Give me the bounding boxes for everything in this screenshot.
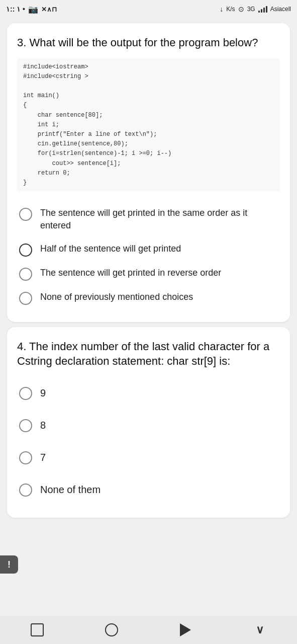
media-icon: ✕∧⊓	[41, 6, 57, 13]
q3-radio-4[interactable]	[19, 292, 32, 305]
q4-option-1-text: 9	[40, 386, 278, 400]
q3-radio-3[interactable]	[19, 268, 32, 281]
q4-option-3-text: 7	[40, 450, 278, 464]
q4-option-4-text: None of them	[40, 482, 278, 497]
notification-icon: !	[8, 559, 11, 570]
status-right: ↓ K/s ⊙ 3G Asiacell	[220, 5, 291, 13]
network-speed: K/s	[226, 6, 235, 13]
q3-option-3-text: The sentence will get printed in reverse…	[40, 267, 278, 279]
chevron-down-icon: ∨	[256, 623, 264, 636]
question-3-title: 3. What will be the output for the progr…	[17, 35, 280, 50]
q4-radio-2[interactable]	[19, 419, 32, 432]
q4-option-2-text: 8	[40, 418, 278, 432]
carrier-name: Asiacell	[270, 6, 291, 13]
q3-radio-1[interactable]	[19, 208, 32, 221]
q4-radio-1[interactable]	[19, 387, 32, 400]
download-icon: ↓	[220, 5, 223, 13]
nav-square-button[interactable]	[28, 621, 46, 639]
question-4-card: 4. The index number of the last valid ch…	[7, 327, 290, 518]
signal-label: 3G	[247, 6, 255, 13]
q3-option-1[interactable]: The sentence will get printed in the sam…	[17, 202, 280, 237]
q4-radio-4[interactable]	[19, 484, 32, 497]
nav-chevron-button[interactable]: ∨	[251, 621, 269, 639]
signal-bars-icon	[258, 6, 267, 13]
q4-option-3[interactable]: 7	[17, 441, 280, 473]
triangle-icon	[180, 623, 191, 636]
q3-option-2[interactable]: Half of the sentence will get printed	[17, 237, 280, 262]
q3-radio-2[interactable]	[19, 244, 32, 257]
notification-bubble[interactable]: !	[0, 555, 18, 574]
time-display: ١ ::١ •	[6, 5, 25, 13]
q4-options: 9 8 7 None of them	[17, 377, 280, 506]
q3-option-3[interactable]: The sentence will get printed in reverse…	[17, 262, 280, 286]
nav-circle-button[interactable]	[103, 621, 121, 639]
camera-icon: 📷	[28, 5, 38, 14]
q3-option-2-text: Half of the sentence will get printed	[40, 243, 278, 255]
nav-triangle-button[interactable]	[176, 621, 194, 639]
q3-option-4[interactable]: None of previously mentioned choices	[17, 286, 280, 310]
code-block: #include<iostream> #include<cstring > in…	[17, 58, 280, 192]
q4-option-1[interactable]: 9	[17, 377, 280, 409]
question-4-title: 4. The index number of the last valid ch…	[17, 339, 280, 369]
square-icon	[31, 623, 44, 636]
wifi-icon: ⊙	[238, 5, 244, 13]
q4-option-4[interactable]: None of them	[17, 473, 280, 506]
status-bar: ١ ::١ • 📷 ✕∧⊓ ↓ K/s ⊙ 3G Asiacell	[0, 0, 297, 18]
q3-option-1-text: The sentence will get printed in the sam…	[40, 207, 278, 232]
circle-icon	[105, 623, 118, 636]
bottom-nav: ∨	[0, 616, 297, 644]
q4-option-2[interactable]: 8	[17, 409, 280, 441]
question-3-card: 3. What will be the output for the progr…	[7, 23, 290, 322]
q4-radio-3[interactable]	[19, 451, 32, 464]
status-left: ١ ::١ • 📷 ✕∧⊓	[6, 5, 57, 14]
q3-option-4-text: None of previously mentioned choices	[40, 291, 278, 303]
